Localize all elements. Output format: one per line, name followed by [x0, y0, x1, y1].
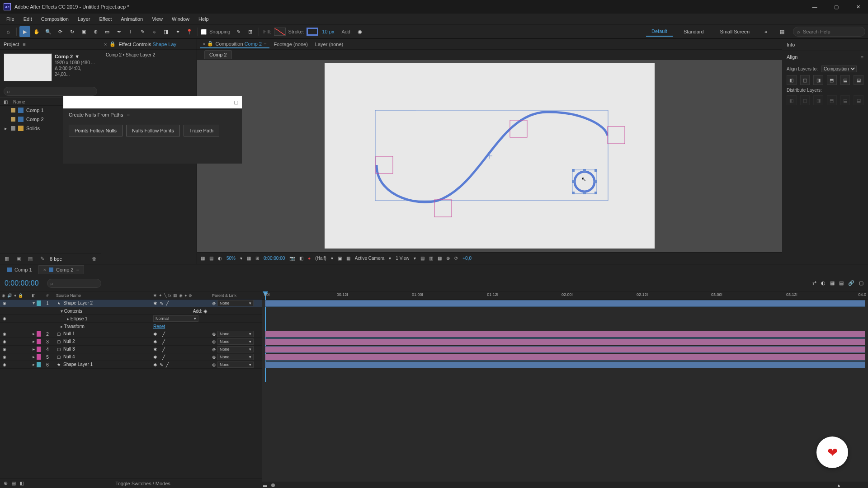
refresh-icon[interactable]: ⟳ — [454, 256, 458, 261]
pickwhip-icon[interactable]: ⊚ — [212, 332, 216, 337]
align-panel-header[interactable]: Align ≡ — [782, 51, 868, 63]
eye-icon[interactable]: ◉ — [2, 347, 7, 352]
comp-thumbnail[interactable] — [4, 53, 52, 81]
offset-value[interactable]: +0,0 — [462, 256, 472, 261]
pickwhip-icon[interactable]: ⊚ — [212, 355, 216, 360]
trash-icon[interactable]: 🗑 — [90, 255, 98, 263]
layer-row-ellipse[interactable]: ◉ ▸ Ellipse 1 Normal▾ — [0, 315, 262, 323]
expand-caret[interactable]: ▸ — [67, 316, 69, 321]
name-col[interactable]: Source Name — [54, 293, 153, 298]
cam-dd-icon[interactable]: ▾ — [389, 256, 391, 261]
tl-tool6-icon[interactable]: ▢ — [859, 280, 863, 286]
mask-icon[interactable]: ◐ — [218, 256, 222, 261]
layer-row-shape2[interactable]: ◉ ▾ 1 ★Shape Layer 2 ✱✎╱ ⊚None▾ — [0, 300, 262, 307]
rectangle-tool[interactable]: ▭ — [102, 26, 113, 37]
menu-window[interactable]: Window — [167, 15, 194, 23]
align-top-button[interactable]: ⬒ — [827, 75, 837, 85]
pickwhip-icon[interactable]: ⊚ — [212, 362, 216, 367]
composition-viewport[interactable]: ↖ — [197, 60, 782, 252]
eye-icon[interactable]: ◉ — [2, 339, 7, 344]
type-tool[interactable]: T — [125, 26, 136, 37]
layer-row-null2[interactable]: ◉ ▸ 3 ▢Null 2 ✱╱ ⊚None▾ — [0, 338, 262, 346]
nulls-follow-points-button[interactable]: Nulls Follow Points — [126, 125, 180, 136]
pickwhip-icon[interactable]: ⊚ — [212, 301, 216, 306]
layer-row-shape1[interactable]: ◉ ▸ 6 ★Shape Layer 1 ✱✎╱ ⊚None▾ — [0, 361, 262, 369]
timeline-tab-comp1[interactable]: Comp 1 — [3, 266, 37, 274]
eye-col-icon[interactable]: ◉ — [2, 293, 5, 298]
stroke-swatch[interactable] — [307, 28, 318, 36]
project-search-input[interactable]: ⌕ — [4, 87, 97, 96]
new-folder-icon[interactable]: ▣ — [14, 255, 23, 263]
guides-icon[interactable]: ⊞ — [255, 256, 259, 261]
track-bar[interactable] — [265, 361, 865, 368]
track-bar[interactable] — [265, 346, 865, 353]
trace-path-button[interactable]: Trace Path — [184, 125, 219, 136]
layer-row-null3[interactable]: ◉ ▸ 4 ▢Null 3 ✱╱ ⊚None▾ — [0, 346, 262, 353]
layer-row-contents[interactable]: ▾ Contents Add: ◉ — [0, 307, 262, 315]
reset-link[interactable]: Reset — [153, 324, 165, 329]
info-panel-header[interactable]: Info — [782, 39, 868, 51]
menu-composition[interactable]: Composition — [37, 15, 73, 23]
parent-col[interactable]: Parent & Link — [212, 293, 262, 298]
zoom-level[interactable]: 50% — [226, 256, 236, 261]
track-bar[interactable] — [265, 338, 865, 345]
brush-tool[interactable]: ✎ — [137, 26, 148, 37]
align-vcenter-button[interactable]: ⬓ — [840, 75, 850, 85]
resolution-dd[interactable]: (Half) — [315, 256, 326, 261]
rotate-tool[interactable]: ↻ — [66, 26, 77, 37]
hand-tool[interactable]: ✋ — [31, 26, 42, 37]
layer-tab[interactable]: Layer (none) — [312, 41, 346, 48]
view-opt3-icon[interactable]: ▦ — [438, 256, 442, 261]
eraser-tool[interactable]: ◨ — [160, 26, 171, 37]
tl-foot3-icon[interactable]: ◧ — [19, 480, 24, 486]
eye-icon[interactable]: ◉ — [2, 300, 7, 306]
interpret-footage-icon[interactable]: ▦ — [3, 255, 11, 263]
alpha-icon[interactable]: ▦ — [201, 256, 205, 261]
lock-icon[interactable]: 🔒 — [109, 41, 116, 47]
show-snapshot-icon[interactable]: ◧ — [299, 256, 303, 261]
num-col[interactable]: # — [41, 293, 54, 298]
pan-behind-tool[interactable]: ⊕ — [90, 26, 101, 37]
adjust-icon[interactable]: ✎ — [38, 255, 46, 263]
workspace-grid-icon[interactable]: ▦ — [777, 26, 788, 37]
eye-icon[interactable]: ◉ — [2, 331, 7, 337]
project-tab[interactable]: Project — [4, 42, 19, 47]
panel-menu-icon[interactable]: ≡ — [127, 112, 129, 117]
track-bar[interactable] — [265, 331, 865, 338]
roto-tool[interactable]: ✦ — [172, 26, 183, 37]
panel-menu-icon[interactable]: ≡ — [861, 54, 863, 60]
minimize-button[interactable]: — — [808, 2, 821, 11]
maximize-button[interactable]: ▢ — [830, 2, 843, 11]
zoom-slider[interactable]: ▬ ▲ — [262, 482, 868, 488]
snap-opt2-icon[interactable]: ⊞ — [245, 26, 256, 37]
tl-tool2-icon[interactable]: ◐ — [821, 280, 826, 286]
zoom-tool[interactable]: 🔍 — [43, 26, 54, 37]
eye-icon[interactable]: ◉ — [2, 362, 7, 367]
composition-tab[interactable]: × 🔒 Composition Comp 2 ≡ — [200, 40, 269, 48]
label-col-icon[interactable]: ◧ — [4, 99, 8, 104]
eye-icon[interactable]: ◉ — [2, 354, 7, 360]
audio-col-icon[interactable]: 🔊 — [7, 293, 12, 298]
tab-menu-icon[interactable]: ≡ — [76, 267, 79, 272]
pen-tool[interactable]: ✒ — [113, 26, 124, 37]
tl-foot2-icon[interactable]: ▤ — [11, 480, 16, 486]
workspace-smallscreen[interactable]: Small Screen — [715, 27, 755, 36]
track-bar[interactable] — [265, 300, 865, 307]
camera-dd[interactable]: Active Camera — [355, 256, 385, 261]
snap-opt-icon[interactable]: ✎ — [233, 26, 244, 37]
track-bar[interactable] — [265, 354, 865, 361]
align-bottom-button[interactable]: ⬓ — [854, 75, 863, 85]
workspace-default[interactable]: Default — [646, 27, 673, 37]
timeline-tab-comp2[interactable]: × Comp 2 ≡ — [38, 265, 84, 274]
expand-caret[interactable]: ▾ — [61, 309, 63, 314]
view-opt1-icon[interactable]: ▤ — [420, 256, 425, 261]
tab-menu-icon[interactable]: ≡ — [264, 41, 266, 47]
snapping-checkbox[interactable] — [201, 29, 207, 35]
view-opt2-icon[interactable]: ▥ — [429, 256, 433, 261]
toggle-switches-button[interactable]: Toggle Switches / Modes — [28, 481, 258, 486]
timeline-search-input[interactable]: ⌕ — [47, 279, 101, 288]
bpc-label[interactable]: 8 bpc — [50, 256, 62, 262]
time-ruler[interactable]: 00f 00:12f 01:00f 01:12f 02:00f 02:12f 0… — [262, 291, 868, 300]
add-dropdown-icon[interactable]: ◉ — [354, 26, 365, 37]
lock-col-icon[interactable]: 🔒 — [18, 293, 23, 298]
